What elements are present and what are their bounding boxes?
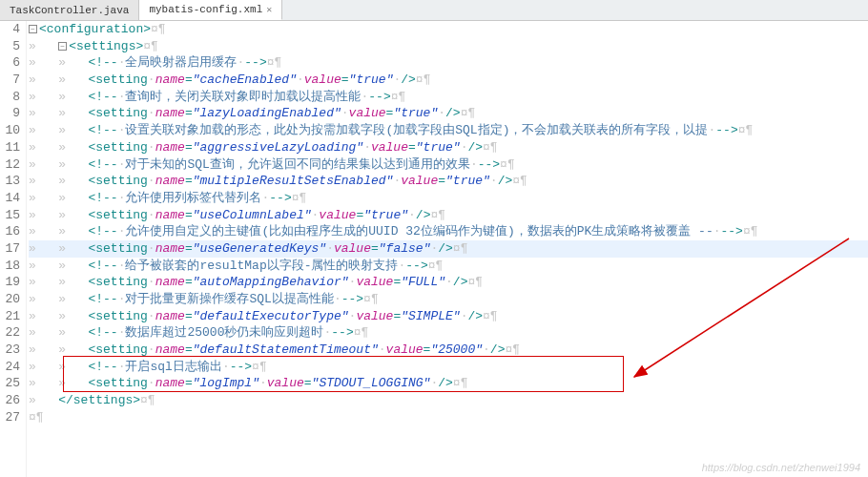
line-number: 10 [0,122,20,139]
line-number: 6 [0,54,20,72]
line-number: 21 [0,308,20,325]
code-line[interactable]: » » <setting·name="cacheEnabled"·value="… [29,72,868,89]
line-number: 17 [0,240,20,258]
tab-taskcontroller[interactable]: TaskController.java [0,0,139,20]
line-number: 11 [0,139,20,156]
line-number: 15 [0,207,20,224]
code-line[interactable]: » » <setting·name="autoMappingBehavior"·… [29,274,868,291]
code-line[interactable]: » » <!--·开启sql日志输出·-->¤¶ [29,359,868,376]
code-line[interactable]: » » <setting·name="logImpl"·value="STDOU… [29,375,868,392]
code-line[interactable]: » » <!--·对于批量更新操作缓存SQL以提高性能·-->¤¶ [29,291,868,308]
line-number: 22 [0,324,20,342]
line-number: 24 [0,359,20,376]
code-line[interactable]: » » <!--·允许使用自定义的主键值(比如由程序生成的UUID 32位编码作… [29,223,868,240]
code-line[interactable]: » » <setting·name="multipleResultSetsEna… [29,173,868,190]
code-area[interactable]: −<configuration>¤¶» −<settings>¤¶» » <!-… [27,21,868,477]
code-line[interactable]: » » <!--·全局映射器启用缓存·-->¤¶ [29,54,868,72]
line-number: 27 [0,409,20,426]
line-number: 12 [0,156,20,174]
line-number: 14 [0,190,20,207]
code-line[interactable]: ¤¶ [29,409,868,426]
code-line[interactable]: » » <!--·给予被嵌套的resultMap以字段-属性的映射支持·-->¤… [29,258,868,275]
code-line[interactable]: −<configuration>¤¶ [29,21,868,38]
line-number: 23 [0,342,20,359]
line-number: 9 [0,105,20,122]
code-line[interactable]: » » <setting·name="aggressiveLazyLoading… [29,139,868,156]
code-line[interactable]: » −<settings>¤¶ [29,38,868,55]
line-number: 19 [0,274,20,291]
code-line[interactable]: » » <setting·name="useColumnLabel"·value… [29,207,868,224]
code-line[interactable]: » » <setting·name="lazyLoadingEnabled"·v… [29,105,868,122]
code-line[interactable]: » </settings>¤¶ [29,392,868,409]
code-line[interactable]: » » <setting·name="defaultStatementTimeo… [29,342,868,359]
code-line[interactable]: » » <!--·对于未知的SQL查询，允许返回不同的结果集以达到通用的效果·-… [29,156,868,174]
code-line[interactable]: » » <!--·查询时，关闭关联对象即时加载以提高性能·-->¤¶ [29,89,868,106]
line-number: 13 [0,173,20,190]
line-number-gutter: 4 5 6 7 8 9 10 11 12 13 14 15 16 17 18 1… [0,21,27,477]
code-line[interactable]: » » <setting·name="defaultExecutorType"·… [29,308,868,325]
tab-label: mybatis-config.xml [149,4,262,15]
line-number: 8 [0,89,20,106]
tab-mybatis-config[interactable]: mybatis-config.xml ✕ [139,0,282,20]
line-number: 26 [0,392,20,409]
line-number: 25 [0,375,20,392]
watermark: https://blog.csdn.net/zhenwei1994 [702,462,860,473]
code-editor[interactable]: 4 5 6 7 8 9 10 11 12 13 14 15 16 17 18 1… [0,21,868,477]
code-line[interactable]: » » <!--·数据库超过25000秒仍未响应则超时·-->¤¶ [29,324,868,342]
close-icon[interactable]: ✕ [266,4,272,15]
line-number: 18 [0,258,20,275]
line-number: 4 [0,21,20,38]
tab-label: TaskController.java [10,5,129,16]
line-number: 7 [0,72,20,89]
code-line[interactable]: » » <!--·设置关联对象加载的形态，此处为按需加载字段(加载字段由SQL指… [29,122,868,139]
code-line[interactable]: » » <!--·允许使用列标签代替列名·-->¤¶ [29,190,868,207]
editor-tabs: TaskController.java mybatis-config.xml ✕ [0,0,868,21]
code-line[interactable]: » » <setting·name="useGeneratedKeys"·val… [29,240,868,258]
line-number: 16 [0,223,20,240]
line-number: 5 [0,38,20,55]
line-number: 20 [0,291,20,308]
